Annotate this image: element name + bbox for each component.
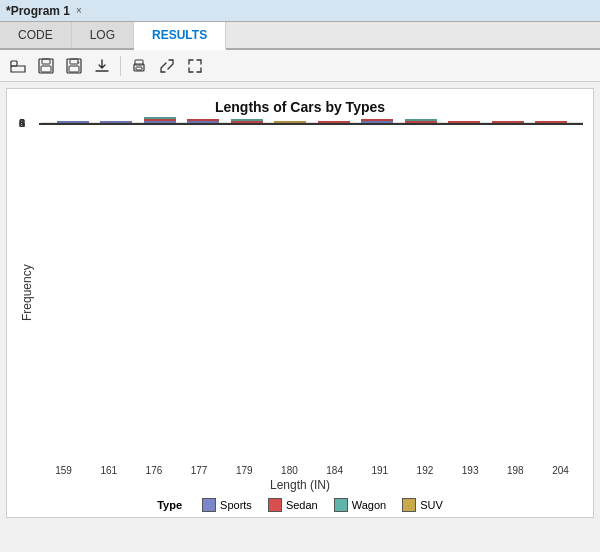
download-button[interactable] [90, 54, 114, 78]
chart-plot: 0123456 [39, 123, 583, 125]
x-tick-label: 161 [86, 465, 131, 476]
bar-group [312, 121, 356, 123]
tab-log[interactable]: LOG [72, 22, 134, 48]
svg-rect-6 [69, 66, 79, 72]
toolbar: + [0, 50, 600, 82]
tab-results[interactable]: RESULTS [134, 22, 226, 50]
window-title: *Program 1 [6, 4, 70, 18]
legend-item-sports: Sports [202, 498, 252, 512]
bar-segment-sedan [448, 121, 480, 123]
bar-stack [492, 121, 524, 123]
bar-group [530, 121, 574, 123]
y-tick-label: 6 [19, 117, 25, 129]
bar-group [399, 119, 443, 123]
bar-stack [231, 119, 263, 123]
tab-code[interactable]: CODE [0, 22, 72, 48]
bar-segment-sports [144, 121, 176, 123]
saveas-button[interactable]: + [62, 54, 86, 78]
bar-segment-sedan [231, 121, 263, 123]
svg-rect-0 [11, 61, 17, 66]
legend-item-wagon: Wagon [334, 498, 386, 512]
title-bar: *Program 1 × [0, 0, 600, 22]
bar-segment-sports [187, 121, 219, 123]
legend-item-sedan: Sedan [268, 498, 318, 512]
bar-segment-suv [274, 121, 306, 123]
bar-segment-sedan [405, 121, 437, 123]
y-axis-label: Frequency [17, 123, 37, 463]
x-tick-label: 179 [222, 465, 267, 476]
bar-group [269, 121, 313, 123]
svg-rect-10 [136, 67, 142, 70]
bar-group [182, 119, 226, 123]
x-tick-label: 180 [267, 465, 312, 476]
chart-title: Lengths of Cars by Types [17, 99, 583, 115]
legend: Type Sports Sedan Wagon SUV [17, 498, 583, 512]
legend-sports-box [202, 498, 216, 512]
bar-stack [448, 121, 480, 123]
legend-suv-box [402, 498, 416, 512]
close-button[interactable]: × [76, 5, 82, 16]
print-button[interactable] [127, 54, 151, 78]
legend-item-suv: SUV [402, 498, 443, 512]
x-labels: 159161176177179180184191192193198204 [17, 465, 583, 476]
bar-stack [318, 121, 350, 123]
bar-segment-sports [100, 121, 132, 123]
legend-sedan-box [268, 498, 282, 512]
x-tick-label: 193 [448, 465, 493, 476]
legend-sedan-label: Sedan [286, 499, 318, 511]
bar-segment-sports [57, 121, 89, 123]
bar-group [486, 121, 530, 123]
x-tick-label: 204 [538, 465, 583, 476]
legend-sports-label: Sports [220, 499, 252, 511]
x-tick-label: 176 [131, 465, 176, 476]
bar-stack [361, 119, 393, 123]
tab-bar: CODE LOG RESULTS [0, 22, 600, 50]
bar-stack [144, 117, 176, 123]
legend-wagon-label: Wagon [352, 499, 386, 511]
chart-inner: Frequency 0123456 [17, 123, 583, 463]
bar-segment-sedan [535, 121, 567, 123]
bar-stack [187, 119, 219, 123]
legend-wagon-box [334, 498, 348, 512]
svg-rect-3 [41, 66, 51, 72]
legend-suv-label: SUV [420, 499, 443, 511]
open-button[interactable] [6, 54, 30, 78]
x-tick-label: 191 [357, 465, 402, 476]
bar-group [95, 121, 139, 123]
x-tick-label: 184 [312, 465, 357, 476]
x-tick-label: 159 [41, 465, 86, 476]
x-tick-label: 177 [177, 465, 222, 476]
legend-title: Type [157, 499, 182, 511]
svg-rect-2 [42, 59, 50, 64]
x-tick-label: 198 [493, 465, 538, 476]
bar-segment-sports [361, 121, 393, 123]
bar-stack [57, 121, 89, 123]
bar-group [138, 117, 182, 123]
bar-group [225, 119, 269, 123]
fullscreen-button[interactable] [183, 54, 207, 78]
bar-group [51, 121, 95, 123]
bar-group [443, 121, 487, 123]
expand-button[interactable] [155, 54, 179, 78]
toolbar-separator [120, 56, 121, 76]
bar-segment-sedan [492, 121, 524, 123]
bar-stack [535, 121, 567, 123]
chart-container: Lengths of Cars by Types Frequency 01234… [6, 88, 594, 518]
bar-segment-sedan [318, 121, 350, 123]
bar-stack [100, 121, 132, 123]
x-tick-label: 192 [402, 465, 447, 476]
bar-stack [274, 121, 306, 123]
x-axis-label: Length (IN) [17, 478, 583, 492]
svg-text:+: + [77, 59, 81, 65]
bar-group [356, 119, 400, 123]
bar-stack [405, 119, 437, 123]
save-button[interactable] [34, 54, 58, 78]
